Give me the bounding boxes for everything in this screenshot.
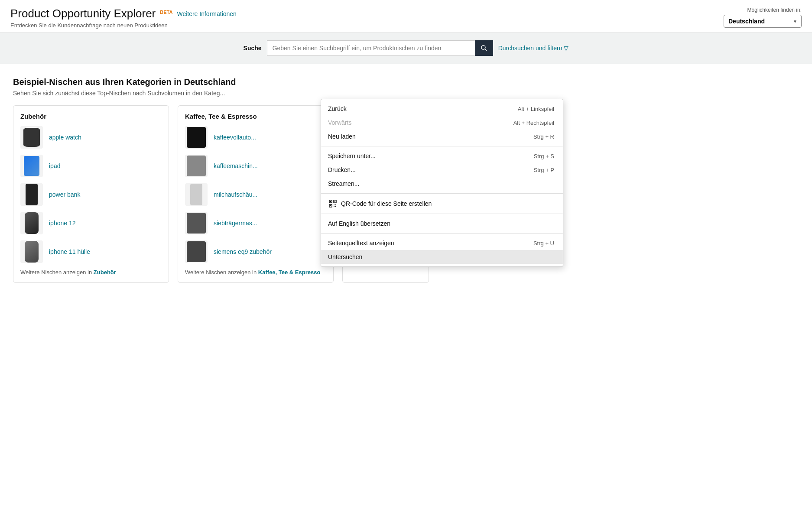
country-select[interactable]: Deutschland xyxy=(724,15,802,28)
ctx-label-stream: Streamen... xyxy=(328,180,359,187)
category-name-kaffee: Kaffee, Tee & Espresso xyxy=(185,113,326,120)
niche-item: siemens eq9 zubehör xyxy=(185,240,326,263)
niche-link-powerbank[interactable]: power bank xyxy=(49,191,80,198)
niche-img-siemens xyxy=(185,240,208,263)
section-subtitle: Sehen Sie sich zunächst diese Top-Nische… xyxy=(13,90,799,97)
header: Product Opportunity Explorer BETA Weiter… xyxy=(0,0,812,32)
svg-rect-6 xyxy=(335,201,335,202)
qr-icon xyxy=(328,200,338,208)
svg-rect-7 xyxy=(330,205,331,206)
card-footer-kaffee: Weitere Nischen anzeigen in Kaffee, Tee … xyxy=(185,269,326,276)
svg-line-1 xyxy=(485,49,487,51)
niche-item: siebträgermas... xyxy=(185,212,326,234)
niche-img-powerbank xyxy=(20,183,43,206)
ctx-item-reload[interactable]: Neu laden Strg + R xyxy=(321,130,563,143)
card-footer-link-zubehoer[interactable]: Zubehör xyxy=(94,269,116,276)
ctx-icon-area-qr: QR-Code für diese Seite erstellen xyxy=(328,200,432,208)
card-footer-link-kaffee[interactable]: Kaffee, Tee & Espresso xyxy=(258,269,321,276)
niche-link-kaffeemaschine[interactable]: kaffeemaschin... xyxy=(214,162,258,169)
ctx-label-viewsource: Seitenquelltext anzeigen xyxy=(328,240,394,247)
header-right: Möglichkeiten finden in: Deutschland xyxy=(724,7,802,28)
niche-link-ipad[interactable]: ipad xyxy=(49,162,60,169)
search-input-wrapper xyxy=(267,40,493,56)
niche-img-iphone11 xyxy=(20,240,43,263)
ctx-item-stream[interactable]: Streamen... xyxy=(321,177,563,191)
ctx-shortcut-forward: Alt + Rechtspfeil xyxy=(513,120,554,126)
svg-rect-5 xyxy=(330,201,331,202)
niche-link-iphone12[interactable]: iphone 12 xyxy=(49,220,76,227)
ctx-label-forward: Vorwärts xyxy=(328,119,351,126)
ctx-item-translate[interactable]: Auf English übersetzen xyxy=(321,217,563,230)
ctx-separator-1 xyxy=(321,146,563,146)
niche-item: iphone 12 xyxy=(20,212,162,234)
more-info-link[interactable]: Weitere Informationen xyxy=(177,10,236,17)
ctx-label-print: Drucken... xyxy=(328,166,356,173)
svg-rect-10 xyxy=(334,206,335,207)
svg-rect-9 xyxy=(335,204,336,205)
filter-link[interactable]: Durchsuchen und filtern ▽ xyxy=(498,45,569,52)
niche-link-kaffeevollauto[interactable]: kaffeevollauto... xyxy=(214,134,256,141)
search-label: Suche xyxy=(244,45,262,52)
ctx-label-saveas: Speichern unter... xyxy=(328,152,376,159)
ctx-shortcut-reload: Strg + R xyxy=(533,133,554,140)
niche-item: kaffeemaschin... xyxy=(185,155,326,177)
niche-item: apple watch xyxy=(20,126,162,149)
niche-img-ipad xyxy=(20,155,43,177)
niche-item: kaffeevollauto... xyxy=(185,126,326,149)
niche-link-iphone11huelle[interactable]: iphone 11 hülle xyxy=(49,248,90,255)
svg-point-0 xyxy=(481,45,485,49)
category-name-zubehoer: Zubehör xyxy=(20,113,162,120)
card-footer-zubehoer: Weitere Nischen anzeigen in Zubehör xyxy=(20,269,162,276)
niche-img-applewatch xyxy=(20,126,43,149)
search-icon xyxy=(481,45,487,52)
niche-link-siebtraeger[interactable]: siebträgermas... xyxy=(214,220,257,227)
category-card-zubehoer: Zubehör apple watch ipad power bank ipho… xyxy=(13,105,169,283)
search-bar: Suche Durchsuchen und filtern ▽ xyxy=(0,32,812,64)
ctx-label-back: Zurück xyxy=(328,105,347,112)
niche-img-milchaufsch xyxy=(185,183,208,206)
svg-rect-11 xyxy=(335,206,336,207)
search-button[interactable] xyxy=(475,40,493,56)
ctx-item-qrcode[interactable]: QR-Code für diese Seite erstellen xyxy=(321,196,563,211)
title-row: Product Opportunity Explorer BETA Weiter… xyxy=(10,7,237,20)
ctx-item-print[interactable]: Drucken... Strg + P xyxy=(321,163,563,177)
ctx-label-inspect: Untersuchen xyxy=(328,253,362,260)
ctx-item-saveas[interactable]: Speichern unter... Strg + S xyxy=(321,149,563,163)
niche-img-kaffeevollauto xyxy=(185,126,208,149)
beta-badge: BETA xyxy=(160,10,172,15)
svg-rect-8 xyxy=(334,204,335,205)
section-title: Beispiel-Nischen aus Ihren Kategorien in… xyxy=(13,77,799,87)
country-select-wrapper[interactable]: Deutschland xyxy=(724,15,802,28)
ctx-item-viewsource[interactable]: Seitenquelltext anzeigen Strg + U xyxy=(321,236,563,250)
niche-img-siebtraeger xyxy=(185,212,208,234)
ctx-shortcut-back: Alt + Linkspfeil xyxy=(518,106,554,112)
context-menu: Zurück Alt + Linkspfeil Vorwärts Alt + R… xyxy=(321,99,563,267)
search-input[interactable] xyxy=(267,40,475,56)
ctx-separator-2 xyxy=(321,193,563,194)
ctx-shortcut-print: Strg + P xyxy=(534,167,554,173)
ctx-shortcut-saveas: Strg + S xyxy=(534,153,554,159)
niche-img-iphone12 xyxy=(20,212,43,234)
ctx-separator-4 xyxy=(321,233,563,234)
app-title: Product Opportunity Explorer xyxy=(10,7,156,20)
subtitle: Entdecken Sie die Kundennachfrage nach n… xyxy=(10,22,237,29)
niche-link-milchaufsch[interactable]: milchaufschäu... xyxy=(214,191,257,198)
niche-link-applewatch[interactable]: apple watch xyxy=(49,134,81,141)
ctx-shortcut-viewsource: Strg + U xyxy=(533,240,554,247)
country-label: Möglichkeiten finden in: xyxy=(747,7,802,13)
niche-item: power bank xyxy=(20,183,162,206)
ctx-label-translate: Auf English übersetzen xyxy=(328,220,390,227)
ctx-separator-3 xyxy=(321,214,563,214)
ctx-label-reload: Neu laden xyxy=(328,133,356,140)
niche-item: iphone 11 hülle xyxy=(20,240,162,263)
ctx-item-back[interactable]: Zurück Alt + Linkspfeil xyxy=(321,102,563,116)
niche-link-siemens[interactable]: siemens eq9 zubehör xyxy=(214,248,272,255)
niche-item: ipad xyxy=(20,155,162,177)
category-card-kaffee: Kaffee, Tee & Espresso kaffeevollauto...… xyxy=(178,105,334,283)
ctx-item-inspect[interactable]: Untersuchen xyxy=(321,250,563,264)
ctx-item-forward: Vorwärts Alt + Rechtspfeil xyxy=(321,116,563,130)
niche-item: milchaufschäu... xyxy=(185,183,326,206)
niche-img-kaffeemaschine xyxy=(185,155,208,177)
header-left: Product Opportunity Explorer BETA Weiter… xyxy=(10,7,237,29)
ctx-label-qrcode: QR-Code für diese Seite erstellen xyxy=(341,200,432,207)
